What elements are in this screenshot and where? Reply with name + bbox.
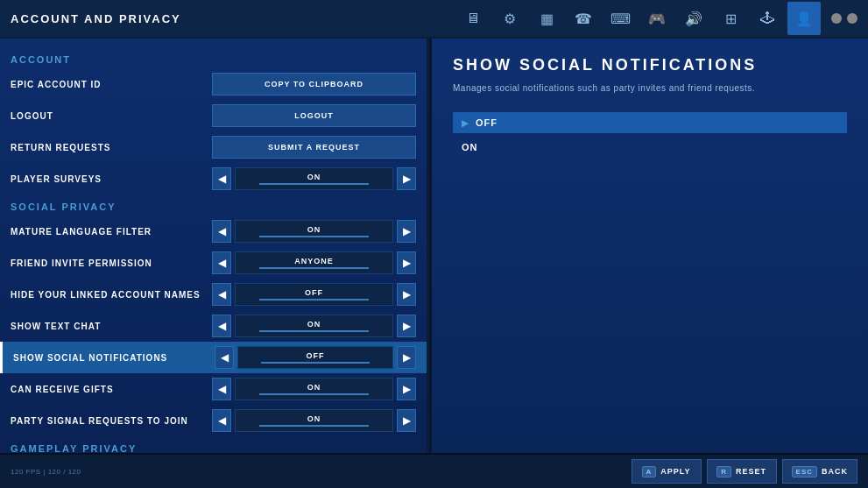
page-title: ACCOUNT AND PRIVACY bbox=[11, 12, 181, 25]
mature-language-value: ON bbox=[235, 220, 393, 243]
party-signal-next[interactable]: ▶ bbox=[397, 409, 416, 432]
setting-row-return-requests[interactable]: RETURN REQUESTS SUBMIT A REQUEST bbox=[0, 131, 427, 163]
bottom-bar: 120 FPS | 120 / 120 A APPLY R RESET ESC … bbox=[0, 453, 868, 488]
setting-label-epic-account-id: EPIC ACCOUNT ID bbox=[11, 80, 212, 89]
setting-label-can-receive-gifts: CAN RECEIVE GIFTS bbox=[11, 385, 212, 394]
apply-label: APPLY bbox=[660, 467, 690, 476]
party-signal-value: ON bbox=[235, 409, 393, 432]
option-label-on: ON bbox=[462, 142, 478, 152]
reset-key-badge: R bbox=[716, 466, 731, 477]
logout-button[interactable]: LOGOUT bbox=[212, 104, 416, 127]
option-label-off: OFF bbox=[476, 117, 498, 128]
reset-button[interactable]: R RESET bbox=[707, 459, 777, 484]
keyboard-icon[interactable]: ⌨ bbox=[603, 2, 637, 35]
setting-row-friend-invite[interactable]: FRIEND INVITE PERMISSION ◀ ANYONE ▶ bbox=[0, 247, 427, 279]
show-text-chat-next[interactable]: ▶ bbox=[397, 315, 416, 337]
left-panel: ACCOUNT EPIC ACCOUNT ID COPY TO CLIPBOAR… bbox=[0, 39, 429, 453]
setting-control-logout: LOGOUT bbox=[212, 104, 416, 127]
person-icon[interactable]: 👤 bbox=[787, 2, 821, 35]
hide-linked-prev[interactable]: ◀ bbox=[212, 283, 231, 306]
setting-control-hide-linked: ◀ OFF ▶ bbox=[212, 283, 416, 306]
option-item-off[interactable]: ▶ OFF bbox=[453, 112, 847, 133]
setting-control-return-requests: SUBMIT A REQUEST bbox=[212, 136, 416, 159]
option-arrow-off: ▶ bbox=[462, 118, 469, 128]
top-bar: ACCOUNT AND PRIVACY 🖥 ⚙ ▦ ☎ ⌨ 🎮 🔊 ⊞ 🕹 👤 bbox=[0, 0, 868, 39]
monitor-icon[interactable]: 🖥 bbox=[456, 2, 490, 35]
setting-label-friend-invite: FRIEND INVITE PERMISSION bbox=[11, 258, 212, 268]
copy-to-clipboard-button[interactable]: COPY TO CLIPBOARD bbox=[212, 73, 416, 95]
reset-label: RESET bbox=[736, 467, 766, 476]
controller2-icon[interactable]: 🎮 bbox=[640, 2, 674, 35]
friend-invite-value: ANYONE bbox=[235, 251, 393, 274]
setting-control-player-surveys: ◀ ON ▶ bbox=[212, 167, 416, 190]
setting-row-logout[interactable]: LOGOUT LOGOUT bbox=[0, 100, 427, 131]
back-label: BACK bbox=[822, 467, 848, 476]
right-panel: SHOW SOCIAL NOTIFICATIONS Manages social… bbox=[432, 39, 868, 453]
show-social-notifications-value: OFF bbox=[237, 346, 393, 369]
setting-label-return-requests: RETURN REQUESTS bbox=[11, 143, 212, 152]
setting-row-epic-account-id[interactable]: EPIC ACCOUNT ID COPY TO CLIPBOARD bbox=[0, 68, 427, 100]
speaker-icon[interactable]: 🔊 bbox=[677, 2, 710, 35]
display-icon[interactable]: ▦ bbox=[530, 2, 563, 35]
setting-label-mature-language: MATURE LANGUAGE FILTER bbox=[11, 227, 212, 237]
hide-linked-next[interactable]: ▶ bbox=[397, 283, 416, 306]
can-receive-gifts-prev[interactable]: ◀ bbox=[212, 378, 231, 400]
show-text-chat-value: ON bbox=[235, 315, 393, 337]
detail-description: Manages social notifications such as par… bbox=[453, 81, 847, 95]
section-header-account: ACCOUNT bbox=[0, 47, 427, 68]
can-receive-gifts-next[interactable]: ▶ bbox=[397, 378, 416, 400]
setting-label-show-text-chat: SHOW TEXT CHAT bbox=[11, 322, 212, 331]
setting-control-party-signal: ◀ ON ▶ bbox=[212, 409, 416, 432]
network-icon[interactable]: ⊞ bbox=[714, 2, 747, 35]
setting-row-hide-linked[interactable]: HIDE YOUR LINKED ACCOUNT NAMES ◀ OFF ▶ bbox=[0, 279, 427, 310]
fps-info: 120 FPS | 120 / 120 bbox=[11, 468, 81, 476]
player-surveys-prev[interactable]: ◀ bbox=[212, 167, 231, 190]
friend-invite-prev[interactable]: ◀ bbox=[212, 251, 231, 274]
setting-label-logout: LOGOUT bbox=[11, 111, 212, 121]
setting-label-hide-linked: HIDE YOUR LINKED ACCOUNT NAMES bbox=[11, 290, 212, 300]
hide-linked-value: OFF bbox=[235, 283, 393, 306]
setting-control-friend-invite: ◀ ANYONE ▶ bbox=[212, 251, 416, 274]
main-layout: ACCOUNT EPIC ACCOUNT ID COPY TO CLIPBOAR… bbox=[0, 39, 868, 453]
setting-control-show-social-notifications: ◀ OFF ▶ bbox=[215, 346, 416, 369]
setting-control-can-receive-gifts: ◀ ON ▶ bbox=[212, 378, 416, 400]
back-button[interactable]: ESC BACK bbox=[782, 459, 857, 484]
setting-control-epic-account-id: COPY TO CLIPBOARD bbox=[212, 73, 416, 95]
can-receive-gifts-value: ON bbox=[235, 378, 393, 400]
friend-invite-next[interactable]: ▶ bbox=[397, 251, 416, 274]
close-button[interactable] bbox=[847, 13, 857, 24]
bottom-buttons: A APPLY R RESET ESC BACK bbox=[632, 459, 857, 484]
setting-control-mature-language: ◀ ON ▶ bbox=[212, 220, 416, 243]
setting-row-party-signal[interactable]: PARTY SIGNAL REQUESTS TO JOIN ◀ ON ▶ bbox=[0, 405, 427, 436]
setting-row-show-text-chat[interactable]: SHOW TEXT CHAT ◀ ON ▶ bbox=[0, 310, 427, 342]
setting-row-can-receive-gifts[interactable]: CAN RECEIVE GIFTS ◀ ON ▶ bbox=[0, 373, 427, 405]
apply-button[interactable]: A APPLY bbox=[632, 459, 702, 484]
setting-control-show-text-chat: ◀ ON ▶ bbox=[212, 315, 416, 337]
player-surveys-value: ON bbox=[235, 167, 393, 190]
gamepad2-icon[interactable]: 🕹 bbox=[751, 2, 784, 35]
setting-row-player-surveys[interactable]: PLAYER SURVEYS ◀ ON ▶ bbox=[0, 163, 427, 194]
setting-label-party-signal: PARTY SIGNAL REQUESTS TO JOIN bbox=[11, 416, 212, 426]
minimize-button[interactable] bbox=[831, 13, 842, 24]
setting-row-show-social-notifications[interactable]: SHOW SOCIAL NOTIFICATIONS ◀ OFF ▶ bbox=[0, 342, 427, 373]
setting-row-mature-language[interactable]: MATURE LANGUAGE FILTER ◀ ON ▶ bbox=[0, 216, 427, 247]
show-social-notifications-next[interactable]: ▶ bbox=[397, 346, 416, 369]
section-header-gameplay-privacy: GAMEPLAY PRIVACY bbox=[0, 436, 427, 453]
detail-title: SHOW SOCIAL NOTIFICATIONS bbox=[453, 56, 847, 74]
show-social-notifications-prev[interactable]: ◀ bbox=[215, 346, 234, 369]
phone-icon[interactable]: ☎ bbox=[567, 2, 600, 35]
nav-icons: 🖥 ⚙ ▦ ☎ ⌨ 🎮 🔊 ⊞ 🕹 👤 bbox=[456, 2, 821, 35]
gear-icon[interactable]: ⚙ bbox=[493, 2, 526, 35]
apply-key-badge: A bbox=[642, 466, 657, 477]
show-text-chat-prev[interactable]: ◀ bbox=[212, 315, 231, 337]
player-surveys-next[interactable]: ▶ bbox=[397, 167, 416, 190]
section-header-social-privacy: SOCIAL PRIVACY bbox=[0, 194, 427, 216]
window-controls bbox=[831, 13, 857, 24]
mature-language-prev[interactable]: ◀ bbox=[212, 220, 231, 243]
setting-label-show-social-notifications: SHOW SOCIAL NOTIFICATIONS bbox=[13, 353, 215, 363]
mature-language-next[interactable]: ▶ bbox=[397, 220, 416, 243]
option-item-on[interactable]: ON bbox=[453, 137, 847, 158]
setting-label-player-surveys: PLAYER SURVEYS bbox=[11, 174, 212, 184]
party-signal-prev[interactable]: ◀ bbox=[212, 409, 231, 432]
submit-request-button[interactable]: SUBMIT A REQUEST bbox=[212, 136, 416, 159]
